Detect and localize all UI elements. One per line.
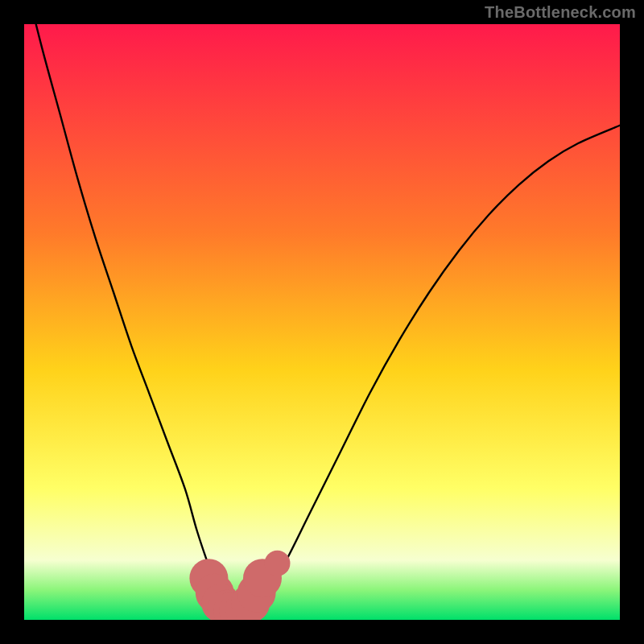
watermark-text: TheBottleneck.com: [485, 3, 636, 22]
chart-svg: [24, 24, 620, 620]
gradient-background: [24, 24, 620, 620]
outer-frame: TheBottleneck.com: [0, 0, 644, 644]
plot-area: [24, 24, 620, 620]
highlight-point: [265, 551, 291, 576]
